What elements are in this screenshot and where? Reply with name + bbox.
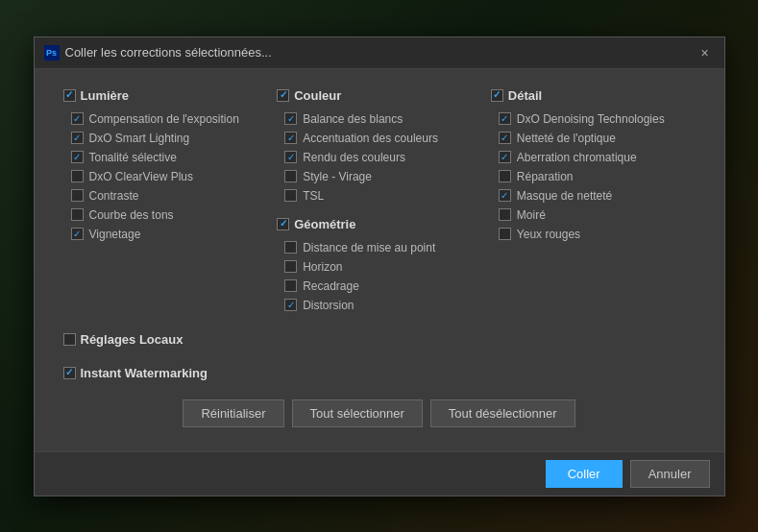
instant-wm-checkbox[interactable] <box>63 367 76 379</box>
item-checkbox[interactable] <box>71 151 84 163</box>
tout-selectionner-button[interactable]: Tout sélectionner <box>292 399 423 427</box>
item-checkbox[interactable] <box>284 170 297 182</box>
item-checkbox[interactable] <box>71 228 84 240</box>
list-item: Tonalité sélective <box>63 151 258 164</box>
tout-deselectionner-button[interactable]: Tout désélectionner <box>430 399 575 427</box>
item-label: DxO Smart Lighting <box>89 132 190 145</box>
item-label: Balance des blancs <box>303 112 403 126</box>
item-label: DxO ClearView Plus <box>89 170 193 183</box>
item-checkbox[interactable] <box>284 151 297 163</box>
lumiere-label: Lumière <box>81 88 130 103</box>
detail-checkbox[interactable] <box>491 89 503 102</box>
item-label: Recadrage <box>303 279 359 293</box>
couleur-header: Couleur <box>277 88 472 103</box>
list-item: Netteté de l'optique <box>491 132 686 145</box>
reinitialiser-button[interactable]: Réinitialiser <box>183 399 283 427</box>
ps-icon: Ps <box>44 45 60 60</box>
item-label: Contraste <box>89 189 139 203</box>
list-item: TSL <box>277 189 472 203</box>
item-label: Horizon <box>303 260 342 274</box>
list-item: Réparation <box>491 170 686 183</box>
item-label: Moiré <box>517 208 546 222</box>
list-item: Contraste <box>63 189 258 203</box>
item-checkbox[interactable] <box>71 132 84 144</box>
lumiere-section: Lumière Compensation de l'exposition DxO… <box>63 88 268 318</box>
list-item: Rendu des couleurs <box>277 151 472 164</box>
item-label: Yeux rouges <box>517 228 580 241</box>
list-item: Aberration chromatique <box>491 151 686 164</box>
titlebar-left: Ps Coller les corrections sélectionnées.… <box>44 45 272 60</box>
list-item: Compensation de l'exposition <box>63 112 258 126</box>
item-label: Compensation de l'exposition <box>89 112 239 126</box>
final-buttons: Coller Annuler <box>35 451 724 496</box>
item-label: Accentuation des couleurs <box>303 132 438 145</box>
dialog-content: Lumière Compensation de l'exposition DxO… <box>35 69 724 451</box>
couleur-label: Couleur <box>294 88 341 103</box>
list-item: Recadrage <box>277 279 472 293</box>
list-item: DxO ClearView Plus <box>63 170 258 183</box>
list-item: Moiré <box>491 208 686 222</box>
item-label: Rendu des couleurs <box>303 151 405 164</box>
instant-wm-label: Instant Watermarking <box>81 366 208 380</box>
item-label: Réparation <box>517 170 574 183</box>
item-checkbox[interactable] <box>284 241 297 254</box>
item-checkbox[interactable] <box>284 112 297 125</box>
geometrie-checkbox[interactable] <box>277 218 289 230</box>
item-label: Style - Virage <box>303 170 372 183</box>
instant-wm-header: Instant Watermarking <box>63 366 696 380</box>
item-checkbox[interactable] <box>499 132 511 144</box>
item-checkbox[interactable] <box>71 189 84 202</box>
item-label: Vignetage <box>89 228 141 241</box>
list-item: Accentuation des couleurs <box>277 132 472 145</box>
list-item: Balance des blancs <box>277 112 472 126</box>
item-checkbox[interactable] <box>284 189 297 202</box>
dialog-title: Coller les corrections sélectionnées... <box>65 45 272 60</box>
item-label: Courbe des tons <box>89 208 174 222</box>
couleur-checkbox[interactable] <box>277 89 289 102</box>
item-checkbox[interactable] <box>284 299 297 311</box>
lumiere-checkbox[interactable] <box>63 89 76 102</box>
list-item: Vignetage <box>63 228 258 241</box>
item-label: Distance de mise au point <box>303 241 435 254</box>
item-checkbox[interactable] <box>71 170 84 182</box>
annuler-button[interactable]: Annuler <box>630 460 710 488</box>
item-label: Aberration chromatique <box>517 151 637 164</box>
item-label: DxO Denoising Technologies <box>517 112 665 126</box>
item-label: Masque de netteté <box>517 189 612 203</box>
list-item: DxO Denoising Technologies <box>491 112 686 126</box>
reglages-locaux-section: Réglages Locaux <box>63 332 696 347</box>
action-buttons: Réinitialiser Tout sélectionner Tout dés… <box>63 399 696 432</box>
list-item: Style - Virage <box>277 170 472 183</box>
item-checkbox[interactable] <box>71 208 84 221</box>
detail-label: Détail <box>508 88 542 103</box>
list-item: Distorsion <box>277 299 472 312</box>
list-item: Masque de netteté <box>491 189 686 203</box>
item-checkbox[interactable] <box>284 260 297 273</box>
item-checkbox[interactable] <box>499 189 511 202</box>
list-item: DxO Smart Lighting <box>63 132 258 145</box>
item-checkbox[interactable] <box>284 132 297 144</box>
geometrie-section: Géométrie Distance de mise au point Hori… <box>277 217 472 312</box>
close-button[interactable]: × <box>696 43 715 62</box>
item-checkbox[interactable] <box>499 208 511 221</box>
item-checkbox[interactable] <box>71 112 84 125</box>
dialog: Ps Coller les corrections sélectionnées.… <box>34 36 725 496</box>
item-checkbox[interactable] <box>499 170 511 182</box>
main-columns: Lumière Compensation de l'exposition DxO… <box>63 88 696 318</box>
item-checkbox[interactable] <box>499 228 511 240</box>
list-item: Yeux rouges <box>491 228 686 241</box>
reglages-locaux-checkbox[interactable] <box>63 333 76 346</box>
instant-watermarking-section: Instant Watermarking <box>63 366 696 380</box>
couleur-section: Couleur Balance des blancs Accentuation … <box>277 88 481 318</box>
detail-section: Détail DxO Denoising Technologies Nettet… <box>491 88 696 318</box>
item-checkbox[interactable] <box>499 151 511 163</box>
item-checkbox[interactable] <box>499 112 511 125</box>
list-item: Distance de mise au point <box>277 241 472 254</box>
item-checkbox[interactable] <box>284 279 297 292</box>
coller-button[interactable]: Coller <box>546 460 623 488</box>
item-label: Distorsion <box>303 299 354 312</box>
geometrie-header: Géométrie <box>277 217 472 231</box>
geometrie-label: Géométrie <box>294 217 355 231</box>
dialog-titlebar: Ps Coller les corrections sélectionnées.… <box>35 37 724 69</box>
list-item: Horizon <box>277 260 472 274</box>
